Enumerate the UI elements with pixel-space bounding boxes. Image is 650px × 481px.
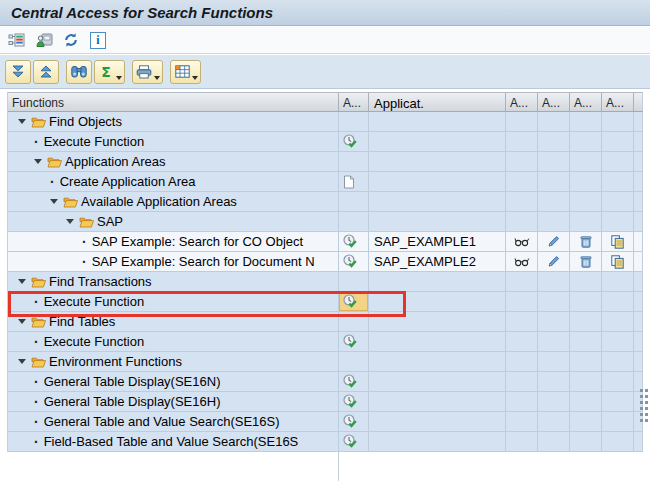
page-title: Central Access for Search Functions [11,4,273,21]
user-button[interactable] [34,30,54,50]
table-row: ·SAP Example: Search for CO ObjectSAP_EX… [8,232,643,252]
expand-arrow-icon[interactable] [50,199,58,204]
action-cell-display[interactable] [506,232,538,251]
execute-icon[interactable] [343,254,358,269]
expand-arrow-icon[interactable] [18,359,26,364]
folder-icon [31,276,46,288]
application-toolbar: i [0,27,650,54]
column-header-applicat[interactable]: Applicat. [369,93,506,111]
tree-item[interactable]: ·General Table Display(SE16H) [8,392,339,411]
collapse-all-button[interactable] [33,60,59,84]
expand-arrow-icon[interactable] [18,279,26,284]
bullet-icon: · [50,175,55,189]
action-cell-execute[interactable] [339,432,369,451]
action-cell-empty [506,132,538,151]
display-icon[interactable] [514,256,530,267]
tree-node[interactable]: Available Application Areas [8,192,339,211]
tree-item[interactable]: ·General Table Display(SE16N) [8,372,339,391]
action-cell-empty [570,292,602,311]
expand-arrow-icon[interactable] [66,219,74,224]
display-icon[interactable] [514,236,530,247]
action-cell-empty [602,152,634,171]
tree-item-label: SAP Example: Search for Document N [92,254,315,269]
copy-icon[interactable] [611,235,624,249]
action-cell-execute[interactable] [339,252,369,271]
action-cell-execute[interactable] [339,132,369,151]
tree-node[interactable]: Application Areas [8,152,339,171]
tree-node[interactable]: Find Tables [8,312,339,331]
expand-arrow-icon[interactable] [34,159,42,164]
column-header-a3[interactable]: A... [506,93,538,111]
tree-item[interactable]: ·SAP Example: Search for Document N [8,252,339,271]
action-cell-copy[interactable] [602,252,634,271]
action-cell-execute[interactable] [339,412,369,431]
tree-node[interactable]: Find Transactions [8,272,339,291]
applicat-cell[interactable]: SAP_EXAMPLE2 [369,252,506,271]
tree-item[interactable]: ·Create Application Area [8,172,339,191]
expand-all-button[interactable] [5,60,31,84]
execute-icon[interactable] [343,334,358,349]
expand-arrow-icon[interactable] [18,119,26,124]
tree-item-label: Find Tables [49,314,115,329]
action-cell-execute[interactable] [339,172,369,191]
execute-icon[interactable] [343,134,358,149]
tree-node[interactable]: Find Objects [8,112,339,131]
row-filler-cell [634,292,643,311]
print-icon [136,65,152,79]
tree-item[interactable]: ·General Table and Value Search(SE16S) [8,412,339,431]
services-icon [8,32,26,48]
action-cell-empty [570,432,602,451]
tree-item[interactable]: ·Execute Function [8,332,339,351]
action-cell-execute[interactable] [339,392,369,411]
action-cell-execute [339,312,369,331]
action-cell-execute[interactable] [339,332,369,351]
action-cell-display[interactable] [506,252,538,271]
execute-icon[interactable] [343,234,358,249]
edit-icon[interactable] [547,255,560,268]
action-cell-edit[interactable] [538,252,570,271]
action-cell-empty [602,172,634,191]
find-button[interactable] [66,60,92,84]
expand-arrow-icon[interactable] [18,319,26,324]
action-cell-edit[interactable] [538,232,570,251]
tree-item[interactable]: ·Field-Based Table and Value Search(SE16… [8,432,339,451]
tree-item[interactable]: ·Execute Function [8,132,339,151]
applicat-cell[interactable]: SAP_EXAMPLE1 [369,232,506,251]
action-cell-delete[interactable] [570,232,602,251]
edit-icon[interactable] [547,235,560,248]
choose-layout-button[interactable] [170,60,201,84]
scrollbar-dots[interactable] [640,389,648,429]
sum-button[interactable]: Σ [94,60,125,84]
refresh-button[interactable] [61,30,81,50]
action-cell-copy[interactable] [602,232,634,251]
execute-icon[interactable] [343,394,358,409]
column-header-a4[interactable]: A... [538,93,570,111]
delete-icon[interactable] [580,255,592,268]
column-header-functions[interactable]: Functions [8,93,339,111]
action-cell-execute[interactable] [339,372,369,391]
info-button[interactable]: i [88,30,108,50]
services-button[interactable] [7,30,27,50]
action-cell-execute[interactable] [339,292,369,311]
column-header-a6[interactable]: A... [602,93,634,111]
execute-icon[interactable] [343,374,358,389]
execute-icon[interactable] [343,414,358,429]
action-cell-execute[interactable] [339,232,369,251]
tree-node[interactable]: Environment Functions [8,352,339,371]
bullet-icon: · [34,295,39,309]
execute-icon[interactable] [343,434,358,449]
action-cell-delete[interactable] [570,252,602,271]
tree-node[interactable]: SAP [8,212,339,231]
print-button[interactable] [132,60,163,84]
tree-item[interactable]: ·SAP Example: Search for CO Object [8,232,339,251]
copy-icon[interactable] [611,255,624,269]
column-header-a1[interactable]: A... [339,93,369,111]
row-filler-cell [634,252,643,271]
execute-icon[interactable] [343,294,358,309]
tree-item[interactable]: ·Execute Function [8,292,339,311]
create-icon[interactable] [343,175,355,189]
table-row: Find Transactions [8,272,643,292]
column-header-a5[interactable]: A... [570,93,602,111]
folder-icon [63,196,78,208]
delete-icon[interactable] [580,235,592,248]
